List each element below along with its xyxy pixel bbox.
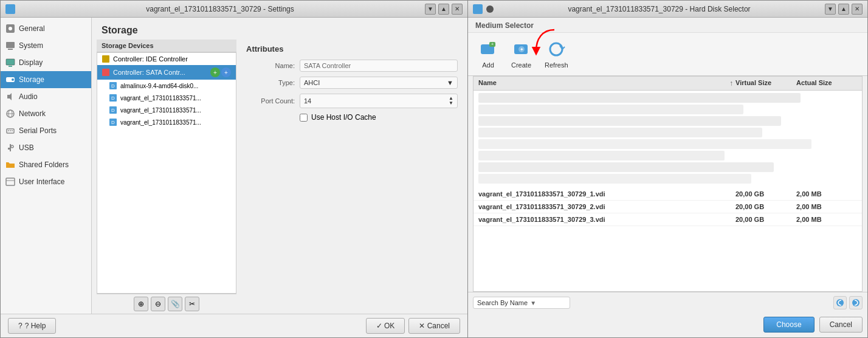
ok-button[interactable]: ✓ OK (366, 318, 405, 334)
next-nav-icon[interactable] (849, 296, 863, 309)
add-label: Add (482, 61, 494, 69)
ide-controller-item[interactable]: Controller: IDE Controller (97, 53, 236, 65)
table-row[interactable]: vagrant_el_1731011833571_30729_2.vdi 20,… (474, 201, 862, 213)
selector-footer: Search By Name ▼ (468, 292, 867, 313)
cancel-button[interactable]: ✕ Cancel (408, 318, 460, 334)
disk-item-3[interactable]: D vagrant_el_1731011833571... (97, 116, 236, 128)
sidebar-label-general: General (19, 24, 45, 33)
selector-close-btn[interactable]: ✕ (852, 4, 863, 15)
sidebar-item-user-interface[interactable]: User Interface (1, 173, 91, 190)
cancel-label: ✕ Cancel (419, 322, 450, 330)
sata-add-buttons: + + (210, 67, 231, 77)
sidebar-label-network: Network (19, 109, 46, 118)
search-dropdown-arrow: ▼ (530, 300, 536, 306)
port-count-label: Port Count: (246, 97, 295, 105)
refresh-toolbar-btn[interactable]: Refresh (539, 36, 574, 72)
create-label: Create (511, 61, 531, 69)
selector-maximize-btn[interactable]: ▲ (838, 4, 849, 15)
settings-close-btn[interactable]: ✕ (452, 4, 463, 15)
refresh-label: Refresh (545, 61, 568, 69)
sidebar-item-network[interactable]: Network (1, 105, 91, 122)
remove-attachment-btn[interactable]: ✂ (185, 297, 199, 311)
add-disk-toolbar-btn[interactable]: + Add (473, 36, 503, 72)
settings-title-controls: ▼ ▲ ✕ (425, 4, 463, 15)
disk-row-actual-1: 2,00 MB (796, 203, 857, 210)
port-count-row: Port Count: 14 ▲ ▼ (246, 94, 458, 108)
selector-minimize-btn[interactable]: ▼ (825, 4, 836, 15)
svg-rect-19 (6, 178, 15, 185)
type-select[interactable]: AHCI ▼ (300, 77, 458, 89)
blurred-row-8 (478, 174, 751, 184)
settings-maximize-btn[interactable]: ▲ (438, 4, 449, 15)
create-disk-icon: ✦ (512, 40, 531, 59)
sidebar-item-system[interactable]: System (1, 37, 91, 54)
sidebar-item-display[interactable]: Display (1, 54, 91, 71)
sata-controller-label: Controller: SATA Contr... (113, 69, 208, 76)
selector-toolbar: + Add ✦ Create (468, 33, 867, 76)
disk-row-virtual-1: 20,00 GB (735, 203, 796, 210)
table-header: Name ↑ Virtual Size Actual Size (474, 77, 862, 91)
table-row[interactable]: vagrant_el_1731011833571_30729_1.vdi 20,… (474, 188, 862, 201)
sidebar-item-shared-folders[interactable]: Shared Folders (1, 156, 91, 173)
sidebar-item-audio[interactable]: Audio (1, 88, 91, 105)
disk-item-1[interactable]: D vagrant_el_1731011833571... (97, 92, 236, 104)
col-name-header: Name (478, 79, 729, 88)
add-optical-btn[interactable]: + (221, 67, 231, 77)
sidebar-item-serial-ports[interactable]: Serial Ports (1, 122, 91, 139)
system-icon (5, 41, 15, 50)
blurred-row-1 (478, 93, 801, 103)
ide-icon (102, 55, 109, 63)
sidebar-label-serial-ports: Serial Ports (19, 126, 57, 135)
audio-icon (5, 92, 15, 102)
disk-row-actual-0: 2,00 MB (796, 190, 857, 198)
svg-point-1 (9, 27, 12, 30)
sidebar-label-usb: USB (19, 143, 34, 152)
host-io-label: Use Host I/O Cache (311, 113, 376, 122)
type-row: Type: AHCI ▼ (246, 77, 458, 89)
disk-row-actual-2: 2,00 MB (796, 216, 857, 223)
disk-label-3: vagrant_el_1731011833571... (120, 119, 201, 126)
nav-icons (833, 296, 863, 309)
search-by-name-dropdown[interactable]: Search By Name ▼ (473, 297, 570, 309)
type-dropdown-arrow: ▼ (447, 79, 453, 86)
general-icon (5, 24, 15, 33)
sata-controller-item[interactable]: Controller: SATA Contr... + + (97, 65, 236, 80)
col-actual-header: Actual Size (796, 79, 857, 88)
disk-label-0: almalinux-9.4-amd64-disk0... (120, 83, 198, 89)
settings-title-bar: vagrant_el_1731011833571_30729 - Setting… (1, 1, 467, 18)
name-input[interactable]: SATA Controller (300, 60, 458, 72)
add-controller-btn[interactable]: ⊕ (134, 297, 148, 311)
selector-cancel-button[interactable]: Cancel (819, 317, 863, 333)
disk-row-virtual-0: 20,00 GB (735, 190, 796, 198)
port-count-input[interactable]: 14 ▲ ▼ (300, 94, 458, 108)
disk-item-2[interactable]: D vagrant_el_1731011833571... (97, 104, 236, 116)
prev-nav-icon[interactable] (833, 296, 847, 309)
svg-point-18 (11, 145, 13, 148)
help-button[interactable]: ? ? Help (8, 318, 56, 334)
sidebar-item-usb[interactable]: USB (1, 139, 91, 156)
disk-label-1: vagrant_el_1731011833571... (120, 95, 201, 102)
sidebar-item-storage[interactable]: Storage (1, 71, 91, 88)
refresh-icon (546, 40, 566, 59)
disk-item-0[interactable]: D almalinux-9.4-amd64-disk0... (97, 80, 236, 92)
svg-point-14 (10, 130, 11, 131)
host-io-checkbox[interactable] (300, 114, 308, 122)
create-disk-toolbar-btn[interactable]: ✦ Create (506, 36, 537, 72)
sidebar-item-general[interactable]: General (1, 20, 91, 37)
remove-controller-btn[interactable]: ⊖ (151, 297, 165, 311)
selector-title-controls: ▼ ▲ ✕ (825, 4, 863, 15)
choose-button[interactable]: Choose (763, 317, 814, 333)
disk-row-name-0: vagrant_el_1731011833571_30729_1.vdi (478, 190, 735, 198)
add-disk-icon: + (478, 40, 498, 59)
ok-label: ✓ OK (376, 322, 395, 330)
add-disk-btn[interactable]: + (210, 67, 220, 77)
sidebar-label-shared-folders: Shared Folders (19, 160, 69, 169)
add-attachment-btn[interactable]: 📎 (168, 297, 182, 311)
sata-icon (102, 69, 109, 76)
disk-table: Name ↑ Virtual Size Actual Size vagrant_… (473, 76, 863, 292)
table-row[interactable]: vagrant_el_1731011833571_30729_3.vdi 20,… (474, 213, 862, 226)
blurred-row-6 (478, 151, 725, 160)
settings-minimize-btn[interactable]: ▼ (425, 4, 436, 15)
shared-folders-icon (5, 160, 15, 170)
svg-point-13 (8, 130, 9, 131)
